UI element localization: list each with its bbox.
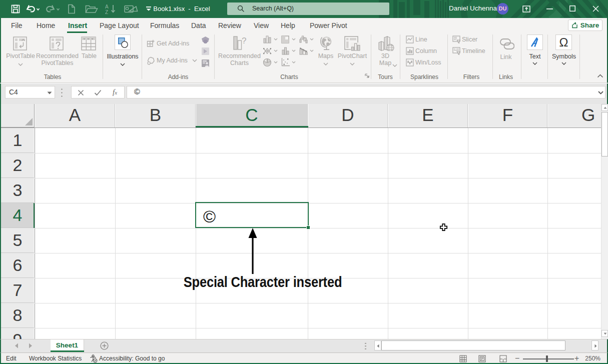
svg-text:?: ? xyxy=(242,36,246,46)
svg-text:Z: Z xyxy=(105,10,108,14)
svg-text:A: A xyxy=(105,4,109,10)
